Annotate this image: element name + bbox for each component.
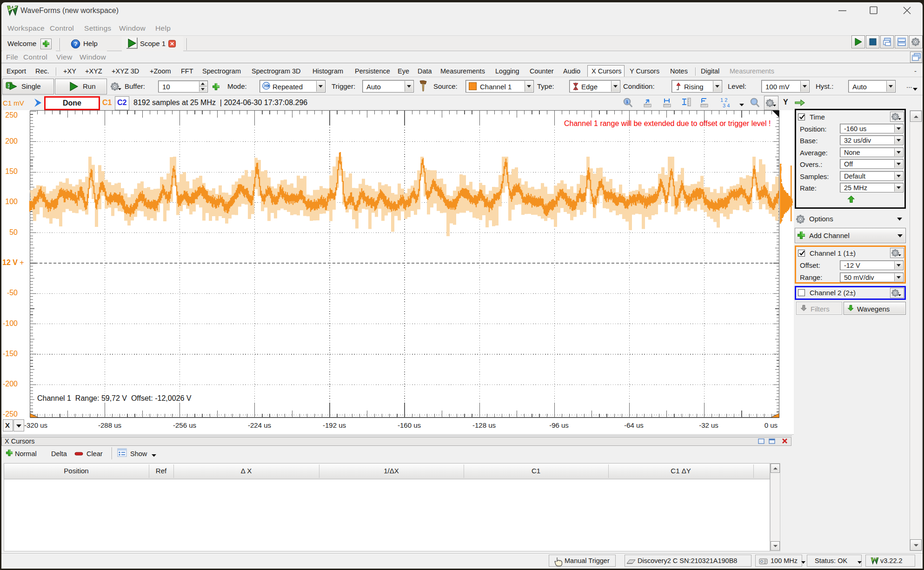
svg-text:?: ?: [74, 41, 78, 47]
svg-text:1 2: 1 2: [720, 97, 727, 103]
svg-text:3 4: 3 4: [723, 103, 730, 108]
svg-text:1: 1: [626, 99, 629, 104]
